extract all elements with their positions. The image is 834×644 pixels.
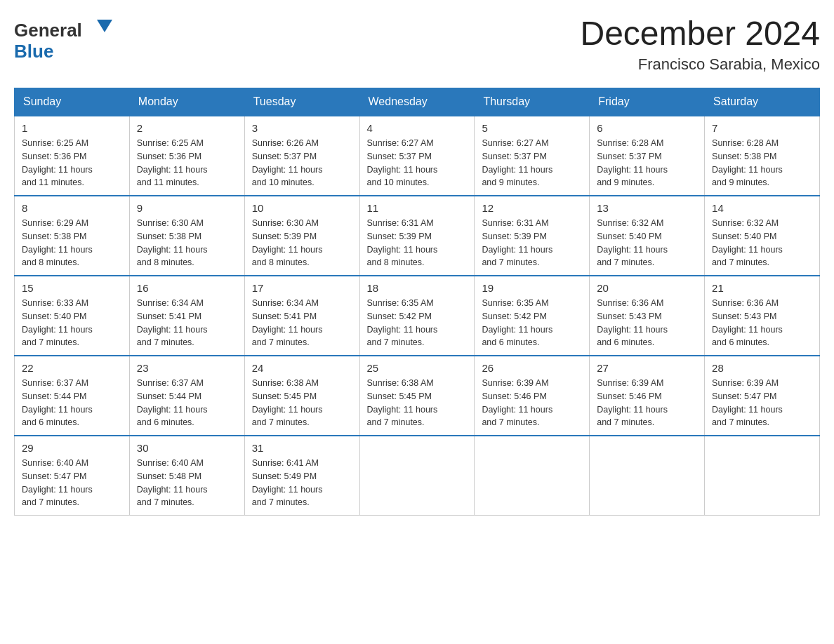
table-row: 7Sunrise: 6:28 AM Sunset: 5:38 PM Daylig… (705, 116, 820, 196)
week-row-4: 22Sunrise: 6:37 AM Sunset: 5:44 PM Dayli… (15, 356, 820, 436)
day-info: Sunrise: 6:36 AM Sunset: 5:43 PM Dayligh… (712, 297, 812, 349)
day-number: 17 (252, 282, 352, 294)
day-number: 12 (482, 202, 582, 214)
day-info: Sunrise: 6:36 AM Sunset: 5:43 PM Dayligh… (597, 297, 697, 349)
table-row: 1Sunrise: 6:25 AM Sunset: 5:36 PM Daylig… (15, 116, 130, 196)
day-info: Sunrise: 6:32 AM Sunset: 5:40 PM Dayligh… (712, 217, 812, 269)
table-row: 13Sunrise: 6:32 AM Sunset: 5:40 PM Dayli… (590, 196, 705, 276)
day-number: 6 (597, 122, 697, 134)
svg-marker-1 (97, 20, 112, 32)
day-number: 25 (367, 362, 468, 374)
svg-text:General: General (14, 20, 82, 41)
day-info: Sunrise: 6:40 AM Sunset: 5:47 PM Dayligh… (22, 457, 122, 509)
col-monday: Monday (129, 88, 244, 116)
day-number: 16 (137, 282, 237, 294)
day-info: Sunrise: 6:38 AM Sunset: 5:45 PM Dayligh… (252, 377, 352, 429)
table-row: 9Sunrise: 6:30 AM Sunset: 5:38 PM Daylig… (129, 196, 244, 276)
day-number: 13 (597, 202, 697, 214)
day-info: Sunrise: 6:39 AM Sunset: 5:46 PM Dayligh… (597, 377, 697, 429)
day-info: Sunrise: 6:31 AM Sunset: 5:39 PM Dayligh… (482, 217, 582, 269)
table-row: 30Sunrise: 6:40 AM Sunset: 5:48 PM Dayli… (129, 436, 244, 516)
table-row: 3Sunrise: 6:26 AM Sunset: 5:37 PM Daylig… (244, 116, 359, 196)
table-row: 16Sunrise: 6:34 AM Sunset: 5:41 PM Dayli… (129, 276, 244, 356)
table-row (705, 436, 820, 516)
day-info: Sunrise: 6:39 AM Sunset: 5:47 PM Dayligh… (712, 377, 812, 429)
table-row: 24Sunrise: 6:38 AM Sunset: 5:45 PM Dayli… (244, 356, 359, 436)
table-row: 11Sunrise: 6:31 AM Sunset: 5:39 PM Dayli… (359, 196, 475, 276)
table-row: 14Sunrise: 6:32 AM Sunset: 5:40 PM Dayli… (705, 196, 820, 276)
day-info: Sunrise: 6:37 AM Sunset: 5:44 PM Dayligh… (137, 377, 237, 429)
day-number: 4 (367, 122, 468, 134)
day-info: Sunrise: 6:34 AM Sunset: 5:41 PM Dayligh… (137, 297, 237, 349)
day-number: 19 (482, 282, 582, 294)
table-row: 15Sunrise: 6:33 AM Sunset: 5:40 PM Dayli… (15, 276, 130, 356)
table-row: 18Sunrise: 6:35 AM Sunset: 5:42 PM Dayli… (359, 276, 475, 356)
day-number: 1 (22, 122, 122, 134)
col-wednesday: Wednesday (359, 88, 475, 116)
day-info: Sunrise: 6:27 AM Sunset: 5:37 PM Dayligh… (367, 137, 468, 189)
calendar-table: Sunday Monday Tuesday Wednesday Thursday… (14, 88, 820, 516)
day-number: 3 (252, 122, 352, 134)
day-info: Sunrise: 6:35 AM Sunset: 5:42 PM Dayligh… (482, 297, 582, 349)
table-row: 17Sunrise: 6:34 AM Sunset: 5:41 PM Dayli… (244, 276, 359, 356)
col-friday: Friday (590, 88, 705, 116)
day-info: Sunrise: 6:34 AM Sunset: 5:41 PM Dayligh… (252, 297, 352, 349)
week-row-5: 29Sunrise: 6:40 AM Sunset: 5:47 PM Dayli… (15, 436, 820, 516)
week-row-1: 1Sunrise: 6:25 AM Sunset: 5:36 PM Daylig… (15, 116, 820, 196)
day-number: 21 (712, 282, 812, 294)
day-number: 23 (137, 362, 237, 374)
page-header: General Blue December 2024 Francisco Sar… (14, 14, 820, 74)
table-row: 6Sunrise: 6:28 AM Sunset: 5:37 PM Daylig… (590, 116, 705, 196)
table-row: 29Sunrise: 6:40 AM Sunset: 5:47 PM Dayli… (15, 436, 130, 516)
col-thursday: Thursday (475, 88, 590, 116)
day-number: 2 (137, 122, 237, 134)
day-number: 26 (482, 362, 582, 374)
logo: General Blue (14, 14, 123, 63)
day-info: Sunrise: 6:30 AM Sunset: 5:38 PM Dayligh… (137, 217, 237, 269)
table-row: 19Sunrise: 6:35 AM Sunset: 5:42 PM Dayli… (475, 276, 590, 356)
week-row-2: 8Sunrise: 6:29 AM Sunset: 5:38 PM Daylig… (15, 196, 820, 276)
day-number: 30 (137, 442, 237, 454)
col-saturday: Saturday (705, 88, 820, 116)
table-row: 5Sunrise: 6:27 AM Sunset: 5:37 PM Daylig… (475, 116, 590, 196)
table-row: 31Sunrise: 6:41 AM Sunset: 5:49 PM Dayli… (244, 436, 359, 516)
table-row (475, 436, 590, 516)
day-info: Sunrise: 6:39 AM Sunset: 5:46 PM Dayligh… (482, 377, 582, 429)
day-number: 29 (22, 442, 122, 454)
day-info: Sunrise: 6:27 AM Sunset: 5:37 PM Dayligh… (482, 137, 582, 189)
day-info: Sunrise: 6:28 AM Sunset: 5:38 PM Dayligh… (712, 137, 812, 189)
table-row: 2Sunrise: 6:25 AM Sunset: 5:36 PM Daylig… (129, 116, 244, 196)
svg-text:Blue: Blue (14, 41, 53, 62)
day-info: Sunrise: 6:37 AM Sunset: 5:44 PM Dayligh… (22, 377, 122, 429)
day-number: 15 (22, 282, 122, 294)
table-row: 4Sunrise: 6:27 AM Sunset: 5:37 PM Daylig… (359, 116, 475, 196)
day-number: 9 (137, 202, 237, 214)
table-row: 25Sunrise: 6:38 AM Sunset: 5:45 PM Dayli… (359, 356, 475, 436)
day-number: 22 (22, 362, 122, 374)
day-number: 24 (252, 362, 352, 374)
day-info: Sunrise: 6:31 AM Sunset: 5:39 PM Dayligh… (367, 217, 468, 269)
day-number: 20 (597, 282, 697, 294)
day-info: Sunrise: 6:25 AM Sunset: 5:36 PM Dayligh… (137, 137, 237, 189)
day-number: 10 (252, 202, 352, 214)
day-info: Sunrise: 6:25 AM Sunset: 5:36 PM Dayligh… (22, 137, 122, 189)
day-info: Sunrise: 6:28 AM Sunset: 5:37 PM Dayligh… (597, 137, 697, 189)
day-number: 5 (482, 122, 582, 134)
day-number: 28 (712, 362, 812, 374)
day-number: 11 (367, 202, 468, 214)
col-tuesday: Tuesday (244, 88, 359, 116)
day-number: 31 (252, 442, 352, 454)
table-row: 23Sunrise: 6:37 AM Sunset: 5:44 PM Dayli… (129, 356, 244, 436)
table-row: 12Sunrise: 6:31 AM Sunset: 5:39 PM Dayli… (475, 196, 590, 276)
day-info: Sunrise: 6:33 AM Sunset: 5:40 PM Dayligh… (22, 297, 122, 349)
table-row: 8Sunrise: 6:29 AM Sunset: 5:38 PM Daylig… (15, 196, 130, 276)
table-row: 20Sunrise: 6:36 AM Sunset: 5:43 PM Dayli… (590, 276, 705, 356)
day-number: 7 (712, 122, 812, 134)
day-info: Sunrise: 6:40 AM Sunset: 5:48 PM Dayligh… (137, 457, 237, 509)
table-row: 22Sunrise: 6:37 AM Sunset: 5:44 PM Dayli… (15, 356, 130, 436)
day-number: 14 (712, 202, 812, 214)
day-info: Sunrise: 6:30 AM Sunset: 5:39 PM Dayligh… (252, 217, 352, 269)
day-number: 27 (597, 362, 697, 374)
day-number: 8 (22, 202, 122, 214)
day-info: Sunrise: 6:32 AM Sunset: 5:40 PM Dayligh… (597, 217, 697, 269)
